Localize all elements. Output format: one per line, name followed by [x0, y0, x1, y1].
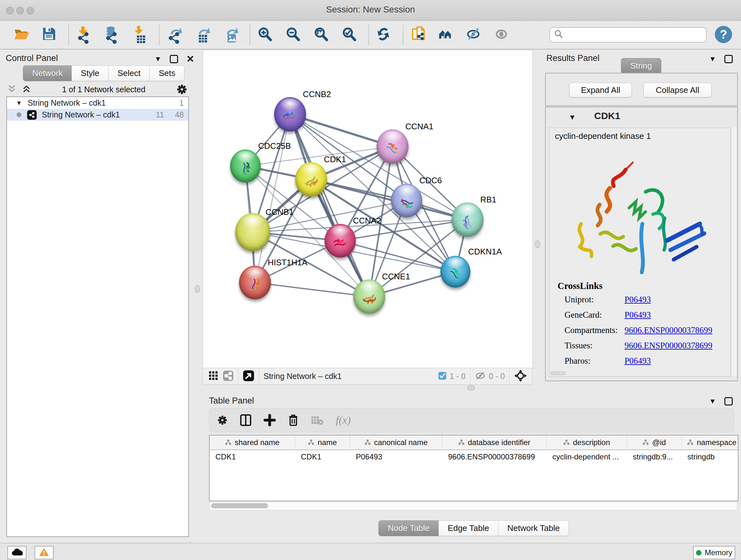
- tab-edge-table[interactable]: Edge Table: [439, 520, 498, 536]
- node-CCNE1[interactable]: [353, 279, 385, 314]
- results-hscroll-thumb[interactable]: [550, 371, 566, 375]
- gene-collapse-icon[interactable]: ▼: [569, 113, 576, 122]
- crosslink-link[interactable]: P06493: [624, 356, 651, 366]
- import-table-icon[interactable]: [130, 24, 149, 45]
- help-button[interactable]: ?: [715, 26, 732, 43]
- export-network-icon[interactable]: [165, 24, 183, 45]
- edge-CDK1-RB1[interactable]: [311, 179, 468, 220]
- save-session-icon[interactable]: [40, 24, 58, 45]
- column-header-database-identifier[interactable]: database identifier: [442, 435, 547, 449]
- first-neighbors-icon[interactable]: [436, 24, 455, 45]
- node-CDC6[interactable]: [391, 184, 422, 217]
- crosslink-link[interactable]: 9606.ENSP00000378699: [624, 341, 712, 351]
- delete-column-trash-icon[interactable]: [288, 414, 299, 426]
- column-header-canonical-name[interactable]: canonical name: [350, 435, 442, 449]
- tab-sets[interactable]: Sets: [149, 65, 185, 81]
- show-columns-icon[interactable]: [240, 414, 252, 426]
- show-all-icon[interactable]: [493, 24, 511, 45]
- create-column-plus-icon[interactable]: [264, 414, 276, 426]
- tab-style[interactable]: Style: [71, 65, 109, 81]
- collapse-all-networks-icon[interactable]: [7, 84, 17, 95]
- column-header-@id[interactable]: @id: [627, 435, 682, 449]
- control-panel-menu-icon[interactable]: ▼: [154, 55, 161, 63]
- tab-node-table[interactable]: Node Table: [379, 520, 439, 536]
- cell-@id[interactable]: stringdb:9...: [627, 450, 682, 463]
- control-panel-close-icon[interactable]: ✕: [186, 55, 194, 63]
- cell-canonical-name[interactable]: P06493: [350, 450, 442, 463]
- network-collection-row[interactable]: ▼ String Network – cdk1 1: [7, 97, 188, 109]
- crosslink-link[interactable]: P06493: [624, 310, 651, 320]
- node-CDC25B[interactable]: [230, 149, 261, 183]
- open-session-icon[interactable]: [11, 24, 30, 45]
- expand-all-networks-icon[interactable]: [22, 84, 31, 95]
- column-header-description[interactable]: description: [547, 435, 627, 449]
- node-CCNB2[interactable]: [274, 97, 306, 132]
- column-header-name[interactable]: name: [295, 435, 350, 449]
- node-CCNA2[interactable]: [325, 224, 356, 258]
- table-panel-menu-icon[interactable]: ▼: [709, 397, 716, 406]
- export-image-icon[interactable]: [221, 24, 239, 45]
- selected-count-checkbox-icon[interactable]: [438, 372, 447, 381]
- cell-shared-name[interactable]: CDK1: [210, 450, 295, 463]
- results-scrollbar[interactable]: [731, 128, 737, 376]
- birds-eye-view-icon[interactable]: [243, 370, 254, 383]
- table-hscroll-thumb[interactable]: [211, 503, 268, 508]
- splitter-handle[interactable]: [467, 385, 475, 390]
- tab-network-table[interactable]: Network Table: [498, 520, 569, 536]
- hidden-eye-icon[interactable]: [475, 371, 486, 381]
- crosslink-link[interactable]: P06493: [624, 295, 651, 305]
- node-RB1[interactable]: [452, 202, 483, 237]
- cell-description[interactable]: cyclin-dependent ...: [547, 450, 627, 463]
- results-panel-float-icon[interactable]: [724, 55, 733, 63]
- network-options-gear-icon[interactable]: [176, 84, 188, 95]
- hide-selected-icon[interactable]: [465, 24, 483, 45]
- splitter-handle[interactable]: [535, 240, 540, 248]
- node-HIST1H1A[interactable]: [239, 266, 271, 300]
- tab-string[interactable]: String: [621, 58, 661, 74]
- table-panel-float-icon[interactable]: [724, 397, 733, 406]
- crosslink-link[interactable]: 9606.ENSP00000378699: [624, 325, 712, 335]
- splitter-handle[interactable]: [195, 285, 200, 293]
- column-header-namespace[interactable]: namespace: [682, 435, 738, 449]
- cell-name[interactable]: CDK1: [295, 450, 350, 463]
- network-row-selected[interactable]: String Network – cdk1 11 48: [7, 109, 188, 121]
- table-hscrollbar[interactable]: [210, 502, 737, 510]
- cell-database-identifier[interactable]: 9606.ENSP00000378699: [442, 450, 547, 463]
- export-table-icon[interactable]: [193, 24, 211, 45]
- collapse-all-button[interactable]: Collapse All: [643, 83, 712, 98]
- clone-network-icon[interactable]: [408, 24, 427, 45]
- tab-select[interactable]: Select: [108, 65, 150, 81]
- memory-button[interactable]: Memory: [693, 546, 735, 559]
- node-CCNB1[interactable]: [235, 213, 270, 251]
- expand-all-button[interactable]: Expand All: [569, 83, 632, 98]
- cloud-button[interactable]: [7, 546, 26, 559]
- column-header-shared-name[interactable]: shared name: [210, 435, 295, 449]
- cell-namespace[interactable]: stringdb: [682, 450, 738, 463]
- control-panel-float-icon[interactable]: [170, 55, 178, 63]
- network-canvas[interactable]: CCNB2 CCNA1 CDC25B CDK1 CDC6 RB1CCNB1: [203, 50, 533, 368]
- grid-view-icon[interactable]: [209, 371, 218, 382]
- zoom-out-icon[interactable]: [283, 24, 302, 45]
- zoom-in-icon[interactable]: [255, 24, 274, 45]
- apply-layout-icon[interactable]: [374, 24, 393, 45]
- zoom-fit-icon[interactable]: [312, 24, 330, 45]
- tab-network[interactable]: Network: [23, 65, 72, 81]
- search-input[interactable]: [566, 30, 706, 40]
- table-row[interactable]: CDK1CDK1P064939606.ENSP00000378699cyclin…: [210, 450, 738, 463]
- warning-button[interactable]: [35, 546, 54, 559]
- node-CDK1[interactable]: [295, 162, 327, 197]
- search-box[interactable]: [549, 27, 706, 43]
- import-network-icon[interactable]: [74, 24, 92, 45]
- table-settings-gear-icon[interactable]: [217, 415, 228, 426]
- collection-collapse-icon[interactable]: ▼: [16, 100, 22, 107]
- fit-content-crosshair-icon[interactable]: [514, 369, 527, 383]
- node-CCNA1[interactable]: [377, 129, 408, 164]
- import-network-from-database-icon[interactable]: [102, 24, 121, 45]
- edge-HIST1H1A-CCNE1[interactable]: [255, 283, 369, 297]
- zoom-selected-icon[interactable]: [340, 24, 358, 45]
- network-view-share-icon[interactable]: [223, 370, 233, 382]
- results-panel-menu-icon[interactable]: ▼: [709, 55, 716, 63]
- node-CDKN1A[interactable]: [441, 256, 470, 288]
- edge-CCNB2-HIST1H1A[interactable]: [255, 114, 290, 283]
- edge-CCNB2-CCNE1[interactable]: [290, 114, 369, 297]
